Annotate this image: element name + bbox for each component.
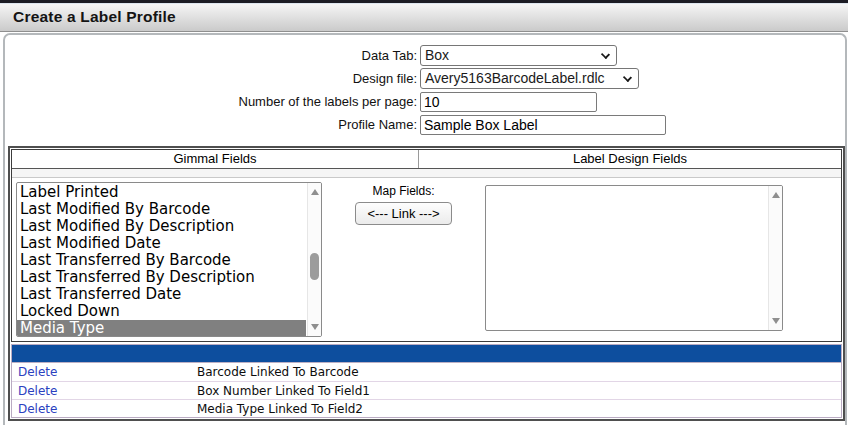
table-row: Delete Media Type Linked To Field2 <box>12 399 841 417</box>
list-item[interactable]: Last Modified Date <box>17 235 306 252</box>
data-tab-label: Data Tab: <box>0 48 420 63</box>
design-file-selected-value: Avery5163BarcodeLabel.rdlc <box>425 70 605 86</box>
design-listbox-scrollbar[interactable] <box>768 186 782 330</box>
list-item-selected[interactable]: Media Type <box>17 320 306 337</box>
header-spacer-row <box>12 169 841 178</box>
label-design-fields-header: Label Design Fields <box>419 150 841 168</box>
list-item[interactable]: Label Printed <box>17 184 306 201</box>
linked-fields-header-row <box>12 345 841 363</box>
linked-field-description: Box Number Linked To Field1 <box>197 384 370 398</box>
field-mapping-section: Gimmal Fields Label Design Fields Label … <box>8 146 845 421</box>
map-fields-label: Map Fields: <box>322 184 485 198</box>
profile-form: Data Tab: Box Design file: Avery5163Barc… <box>0 44 848 136</box>
design-file-select[interactable]: Avery5163BarcodeLabel.rdlc <box>420 68 639 89</box>
linked-field-description: Media Type Linked To Field2 <box>197 402 363 416</box>
table-row: Delete Box Number Linked To Field1 <box>12 381 841 399</box>
list-item[interactable]: Last Transferred By Barcode <box>17 252 306 269</box>
dialog-title: Create a Label Profile <box>0 3 848 32</box>
label-design-fields-listbox[interactable] <box>485 185 783 331</box>
delete-link[interactable]: Delete <box>12 384 197 398</box>
scroll-down-icon[interactable] <box>311 324 319 330</box>
map-fields-column: Map Fields: <--- Link ---> <box>322 182 485 341</box>
table-row: Delete Barcode Linked To Barcode <box>12 363 841 381</box>
linked-fields-table: Delete Barcode Linked To Barcode Delete … <box>11 344 842 418</box>
list-item[interactable]: Last Transferred Date <box>17 286 306 303</box>
delete-link[interactable]: Delete <box>12 402 197 416</box>
labels-per-page-input[interactable] <box>420 92 597 112</box>
scroll-up-icon[interactable] <box>311 189 319 195</box>
gimmal-listbox-scrollbar[interactable] <box>307 183 321 336</box>
link-button[interactable]: <--- Link ---> <box>355 202 451 225</box>
scroll-up-icon[interactable] <box>772 192 780 198</box>
list-item[interactable]: Last Modified By Barcode <box>17 201 306 218</box>
list-item[interactable]: Locked Down <box>17 303 306 320</box>
chevron-down-icon <box>623 73 632 82</box>
delete-link[interactable]: Delete <box>12 365 197 379</box>
list-item[interactable]: Last Modified By Description <box>17 218 306 235</box>
profile-name-input[interactable] <box>420 115 666 135</box>
chevron-down-icon <box>601 50 610 59</box>
list-item[interactable]: Last Transferred By Description <box>17 269 306 286</box>
scroll-down-icon[interactable] <box>772 318 780 324</box>
gimmal-fields-listbox[interactable]: Label Printed Last Modified By Barcode L… <box>16 182 322 337</box>
profile-name-label: Profile Name: <box>0 117 420 132</box>
linked-field-description: Barcode Linked To Barcode <box>197 365 359 379</box>
gimmal-fields-header: Gimmal Fields <box>12 150 419 168</box>
design-file-label: Design file: <box>0 71 420 86</box>
data-tab-select[interactable]: Box <box>420 45 617 66</box>
scrollbar-thumb[interactable] <box>310 253 319 280</box>
data-tab-selected-value: Box <box>425 47 449 63</box>
field-mapping-table: Gimmal Fields Label Design Fields Label … <box>11 149 842 342</box>
labels-per-page-label: Number of the labels per page: <box>0 94 420 109</box>
